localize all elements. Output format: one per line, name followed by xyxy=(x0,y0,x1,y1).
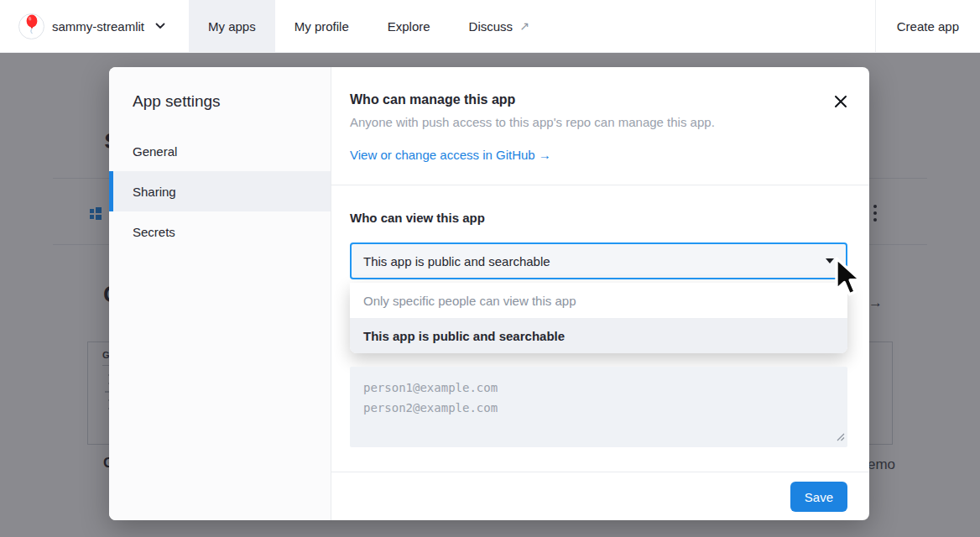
settings-sidebar: App settings General Sharing Secrets xyxy=(109,67,331,520)
sidebar-item-sharing[interactable]: Sharing xyxy=(109,171,331,211)
option-label: Only specific people can view this app xyxy=(363,294,576,308)
balloon-icon xyxy=(23,13,41,39)
sidebar-item-label: Sharing xyxy=(133,185,176,199)
github-access-link[interactable]: View or change access in GitHub → xyxy=(350,148,551,162)
chevron-down-icon[interactable] xyxy=(155,23,165,29)
tab-label: Explore xyxy=(388,19,430,34)
create-app-button[interactable]: Create app xyxy=(875,0,980,52)
save-button[interactable]: Save xyxy=(790,482,847,512)
account-name: sammy-streamlit xyxy=(52,19,144,34)
account-menu[interactable]: sammy-streamlit xyxy=(0,0,165,52)
tab-discuss[interactable]: Discuss ↗ xyxy=(450,0,549,52)
external-link-icon: ↗ xyxy=(519,19,529,33)
option-specific-people[interactable]: Only specific people can view this app xyxy=(350,283,847,318)
visibility-dropdown: Only specific people can view this app T… xyxy=(350,283,847,353)
top-nav: sammy-streamlit My apps My profile Explo… xyxy=(0,0,980,53)
app-settings-modal: App settings General Sharing Secrets Who… xyxy=(109,67,869,520)
sidebar-item-secrets[interactable]: Secrets xyxy=(109,211,331,252)
close-icon[interactable] xyxy=(833,94,848,109)
visibility-select-value: This app is public and searchable xyxy=(363,254,550,268)
caret-down-icon xyxy=(826,258,834,263)
sidebar-item-label: General xyxy=(133,144,177,159)
sharing-panel: Who can manage this app Anyone with push… xyxy=(331,67,869,520)
option-label: This app is public and searchable xyxy=(363,329,565,343)
tab-label: My profile xyxy=(295,19,349,34)
tab-my-apps[interactable]: My apps xyxy=(189,0,275,52)
manage-section-title: Who can manage this app xyxy=(350,92,515,107)
tab-label: My apps xyxy=(208,19,256,34)
visibility-select[interactable]: This app is public and searchable xyxy=(350,242,847,279)
tab-label: Discuss xyxy=(469,19,513,34)
nav-tabs: My apps My profile Explore Discuss ↗ xyxy=(189,0,549,52)
invite-emails-textarea[interactable] xyxy=(350,367,847,447)
sidebar-item-general[interactable]: General xyxy=(109,131,331,171)
workspace-avatar xyxy=(18,13,44,39)
invite-emails-wrap xyxy=(350,367,847,447)
divider xyxy=(331,185,869,185)
resize-handle-icon[interactable] xyxy=(837,430,845,445)
tab-my-profile[interactable]: My profile xyxy=(275,0,368,52)
tab-explore[interactable]: Explore xyxy=(368,0,450,52)
view-section-title: Who can view this app xyxy=(350,211,485,225)
option-public-searchable[interactable]: This app is public and searchable xyxy=(350,318,847,353)
sidebar-item-label: Secrets xyxy=(133,225,175,239)
modal-title: App settings xyxy=(109,67,331,112)
create-app-label: Create app xyxy=(897,19,959,34)
manage-section-description: Anyone with push access to this app's re… xyxy=(350,115,715,129)
divider xyxy=(331,472,869,472)
settings-nav: General Sharing Secrets xyxy=(109,131,331,252)
